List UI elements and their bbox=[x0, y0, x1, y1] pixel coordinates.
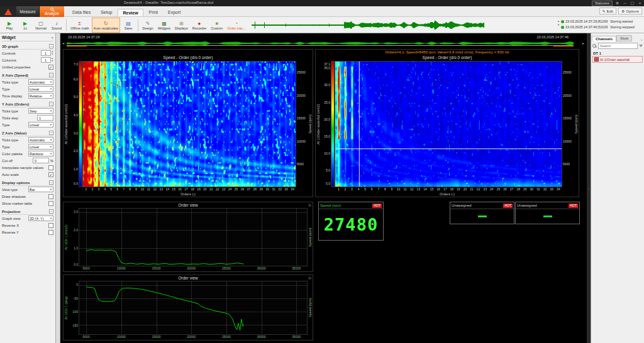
tab-channels[interactable]: Channels bbox=[592, 36, 616, 41]
panel-section-projection[interactable]: Projection− bbox=[2, 209, 53, 215]
show-marker-table-checkbox[interactable] bbox=[48, 201, 53, 206]
line-chart-canvas[interactable] bbox=[79, 209, 307, 266]
timeline-waveform[interactable] bbox=[67, 41, 574, 46]
custom-button[interactable]: ★Custom bbox=[209, 18, 225, 33]
panel-section-y-axis-orders[interactable]: Y Axis (Orders)− bbox=[2, 102, 53, 107]
type-select[interactable]: Linear▼ bbox=[28, 144, 53, 150]
speed-display-widget[interactable]: Speed (rpm) HOT 27480 bbox=[318, 202, 384, 241]
spectrogram-canvas[interactable] bbox=[335, 62, 562, 187]
measure-button[interactable]: Measure bbox=[16, 6, 40, 17]
waterfall-widget-right[interactable]: Orders=4,1; Speed=8450 rpm; Value=3,9 m/… bbox=[315, 49, 579, 197]
axis-tick-label: 8 bbox=[129, 187, 131, 191]
timeline-right-arrow[interactable]: ► bbox=[582, 41, 585, 45]
widget-menu-icon[interactable]: ▤ bbox=[308, 276, 311, 280]
spectrogram-plot-area[interactable] bbox=[82, 61, 296, 187]
replay-waveform[interactable] bbox=[252, 19, 484, 31]
collapse-icon[interactable]: − bbox=[49, 131, 53, 135]
tab-slots[interactable]: Slots bbox=[616, 35, 632, 41]
line-plot-area[interactable] bbox=[79, 208, 308, 266]
tabs-more-icon[interactable]: › bbox=[640, 38, 643, 41]
gear-icon[interactable]: ⚙ bbox=[614, 1, 620, 6]
displays-button[interactable]: ⊞Displays bbox=[173, 18, 190, 33]
reverse-x-checkbox[interactable] bbox=[48, 223, 53, 228]
line-chart-canvas[interactable] bbox=[79, 281, 307, 334]
spectrogram-canvas[interactable] bbox=[83, 62, 296, 187]
sound-button[interactable]: ♪Sound bbox=[49, 18, 64, 33]
controls-stepper[interactable]: 1▲▼ bbox=[41, 50, 53, 56]
unified-properties-checkbox[interactable]: ✓ bbox=[48, 65, 53, 70]
panel-section-display-options[interactable]: Display options− bbox=[2, 180, 53, 186]
search-input[interactable] bbox=[598, 43, 638, 49]
play-button[interactable]: ▶Play bbox=[2, 18, 17, 33]
maximize-button[interactable]: ▢ bbox=[630, 1, 635, 6]
tab-review[interactable]: Review bbox=[118, 9, 143, 16]
ticks-type-select[interactable]: Step▼ bbox=[28, 108, 53, 114]
stepper-value[interactable]: 1 bbox=[41, 57, 51, 63]
dewesoft-logo[interactable] bbox=[0, 6, 16, 17]
tab-data-files[interactable]: Data files bbox=[68, 9, 95, 16]
select-value: Linear bbox=[30, 123, 39, 127]
timeline-left-arrow[interactable]: ◄ bbox=[62, 41, 65, 45]
panel-section-x-axis-speed[interactable]: X Axis (Speed)− bbox=[2, 73, 53, 79]
color-palette-select[interactable]: Rainbow▼ bbox=[28, 151, 53, 156]
spectrogram-plot-area[interactable] bbox=[335, 61, 562, 187]
collapse-icon[interactable]: − bbox=[49, 102, 53, 106]
stepper-value[interactable]: 1 bbox=[41, 50, 51, 56]
tab-export[interactable]: Export bbox=[164, 9, 185, 16]
ticks-step-input[interactable]: 1 bbox=[37, 115, 53, 121]
down-arrow-icon[interactable]: ▼ bbox=[557, 24, 560, 26]
minimize-button[interactable]: ─ bbox=[622, 1, 628, 6]
normal-button[interactable]: ▢Normal bbox=[33, 18, 48, 33]
time-display-select[interactable]: Relative▼ bbox=[28, 93, 53, 99]
reverse-y-checkbox[interactable] bbox=[48, 230, 53, 235]
widget-menu-icon[interactable]: ▤ bbox=[308, 203, 311, 207]
select-value: Linear bbox=[30, 87, 39, 91]
tab-setup[interactable]: Setup bbox=[96, 9, 116, 16]
order-trac-button[interactable]: ◔Order trac... bbox=[225, 18, 247, 33]
design-button[interactable]: ✎Design bbox=[140, 18, 155, 33]
recorder-button[interactable]: ●Recorder bbox=[191, 18, 209, 33]
statuses-button[interactable]: Statuses bbox=[592, 1, 613, 6]
close-icon[interactable]: × bbox=[51, 36, 53, 40]
cut-off-input[interactable]: 0 bbox=[33, 158, 49, 163]
unassigned-display-2[interactable]: Unassigned HOT bbox=[515, 202, 580, 224]
tab-print[interactable]: Print bbox=[145, 9, 162, 16]
columns-stepper[interactable]: 1▲▼ bbox=[41, 57, 53, 63]
auto-scale-checkbox[interactable]: ✓ bbox=[48, 172, 53, 177]
line-plot-area[interactable] bbox=[79, 281, 308, 335]
1x-button[interactable]: ▶1x bbox=[18, 18, 33, 33]
panel-section-3d-graph[interactable]: 3D graph− bbox=[2, 44, 53, 50]
close-button[interactable]: × bbox=[637, 1, 643, 6]
collapse-icon[interactable]: − bbox=[49, 180, 53, 185]
collapse-icon[interactable]: − bbox=[49, 73, 53, 77]
unassigned-display-1[interactable]: Unassigned HOT bbox=[450, 202, 514, 224]
analyze-button[interactable]: Analyze bbox=[40, 6, 64, 17]
view-type-select[interactable]: Bar▼ bbox=[28, 187, 53, 192]
auto-recalculate-button[interactable]: ↻Auto recalculate bbox=[92, 18, 120, 33]
ticks-type-select[interactable]: Automatic▼ bbox=[28, 137, 53, 143]
options-button[interactable]: ⚙Options bbox=[618, 8, 642, 14]
up-arrow-icon[interactable]: ▲ bbox=[557, 20, 560, 23]
widgets-button[interactable]: ▦Widgets bbox=[156, 18, 172, 33]
channel-group-label[interactable]: DT 1 bbox=[592, 50, 643, 56]
waterfall-widget-left[interactable]: Speed - Order (d/o 0 order) AI 1/Order w… bbox=[63, 49, 313, 197]
ticks-type-select[interactable]: Automatic▼ bbox=[28, 79, 53, 85]
collapse-icon[interactable]: − bbox=[49, 44, 53, 48]
interpolate-sample-values-checkbox[interactable] bbox=[48, 165, 53, 170]
order-view-widget-phase[interactable]: Order view ▤ AI 1/Ch 1 (deg) 0-50-100-15… bbox=[63, 275, 313, 340]
spinner-down-icon[interactable]: ▼ bbox=[52, 60, 53, 63]
save-button[interactable]: ▤Save bbox=[121, 18, 136, 33]
filter-funnel-icon[interactable] bbox=[639, 45, 643, 47]
collapse-icon[interactable]: − bbox=[49, 209, 53, 214]
spinner-down-icon[interactable]: ▼ bbox=[52, 53, 53, 56]
offline-math-button[interactable]: ΣOffline math bbox=[69, 18, 91, 33]
channel-item[interactable]: AI 1/Order waterfall bbox=[592, 56, 643, 63]
type-select[interactable]: Linear▼ bbox=[28, 86, 53, 92]
order-view-widget-amplitude[interactable]: Order view ▤ AI 1/Ch 1 (m/s2) 3,02,01,00… bbox=[63, 202, 313, 272]
panel-section-z-axis-value[interactable]: Z Axis (Value)− bbox=[2, 131, 53, 136]
type-select[interactable]: Linear▼ bbox=[28, 122, 53, 128]
edit-button[interactable]: ✎Edit bbox=[599, 8, 616, 14]
graph-view-select[interactable]: 2D (X, Y)▼ bbox=[28, 215, 53, 221]
panel-splitter[interactable] bbox=[56, 33, 60, 343]
draw-shadows-checkbox[interactable] bbox=[48, 194, 53, 199]
